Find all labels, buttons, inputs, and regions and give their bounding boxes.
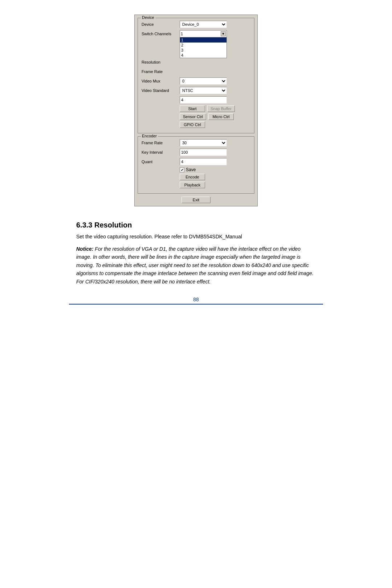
resolution-value-row [142,96,250,104]
quant-input-container [180,158,250,165]
encoder-frame-rate-select[interactable]: 30 [180,139,227,146]
channels-dropdown-container[interactable]: 1 ▼ 1 2 3 4 [180,30,227,37]
exit-button-row: Exit [138,197,254,203]
channels-selected-value: 1 [181,32,183,36]
encoder-group-title: Encoder [141,134,158,138]
quant-input[interactable] [180,158,227,165]
save-checkbox[interactable]: ✔ [180,168,184,172]
encoder-frame-rate-label: Frame Rate [142,141,180,145]
video-standard-label: Video Standard [142,88,180,93]
page-number: 88 [193,297,199,302]
resolution-value-container [180,96,250,104]
channels-dropdown-list: 1 2 3 4 [180,37,227,58]
video-mux-select-container: 0 [180,77,250,85]
resolution-value-input[interactable] [180,96,227,104]
device-group: Device Device Device_0 Switch Channels 1 [138,18,254,133]
video-standard-row: Video Standard NTSC [142,86,250,94]
switch-channels-dropdown: 1 ▼ 1 2 3 4 [180,30,250,37]
device-frame-rate-label: Frame Rate [142,69,180,74]
switch-channels-row: Switch Channels 1 ▼ 1 2 3 4 [142,30,250,38]
micro-ctrl-button[interactable]: Micro Ctrl [208,113,234,120]
section-heading: 6.3.3 Resolution [76,221,316,229]
channels-dropdown-header[interactable]: 1 ▼ [180,30,227,37]
encoder-frame-rate-container: 30 [180,139,250,146]
device-label: Device [142,22,180,27]
dialog-panel: Device Device Device_0 Switch Channels 1 [134,15,258,206]
channels-item-1[interactable]: 1 [180,37,226,43]
page-underline [69,304,323,305]
channels-item-2[interactable]: 2 [180,43,226,48]
device-group-title: Device [141,15,155,20]
notice-paragraph: Notice: For the resolution of VGA or D1,… [76,245,316,286]
resolution-row: Resolution [142,58,250,66]
video-mux-select[interactable]: 0 [180,77,227,85]
device-select[interactable]: Device_0 [180,21,227,28]
video-mux-label: Video Mux [142,79,180,83]
video-mux-row: Video Mux 0 [142,77,250,85]
encode-button-row: Encode [180,174,250,180]
quant-label: Quant [142,160,180,164]
playback-button-row: Playback [180,182,250,188]
device-select-container: Device_0 [180,21,250,28]
quant-row: Quant [142,158,250,166]
device-frame-rate-row: Frame Rate [142,68,250,76]
channels-dropdown-arrow[interactable]: ▼ [221,31,226,36]
channels-item-3[interactable]: 3 [180,48,226,53]
resolution-label: Resolution [142,60,180,64]
sensor-micro-row: Sensor Ctrl Micro Ctrl [180,113,250,120]
notice-text-content: For the resolution of VGA or D1, the cap… [76,246,314,285]
start-button[interactable]: Start [180,105,205,112]
start-snapbuffer-row: Start Snap Buffer [180,105,250,112]
video-standard-select[interactable]: NTSC [180,87,227,94]
gpio-row: GPIO Ctrl [180,121,250,128]
encoder-frame-rate-row: Frame Rate 30 [142,139,250,147]
key-interval-row: Key Interval [142,148,250,156]
sensor-ctrl-button[interactable]: Sensor Ctrl [180,113,206,120]
playback-button[interactable]: Playback [180,182,205,188]
gpio-ctrl-button[interactable]: GPIO Ctrl [180,121,205,128]
snap-buffer-button[interactable]: Snap Buffer [207,105,235,112]
save-label: Save [186,167,196,172]
encode-button[interactable]: Encode [180,174,205,180]
device-row: Device Device_0 [142,20,250,28]
switch-channels-label: Switch Channels [142,32,180,36]
key-interval-input-container [180,149,250,156]
encoder-group: Encoder Frame Rate 30 Key Interval Q [138,136,254,194]
save-checkbox-row: ✔ Save [180,167,250,172]
exit-button[interactable]: Exit [181,197,211,203]
page-number-container: 88 [69,297,323,305]
video-standard-select-container: NTSC [180,87,250,94]
key-interval-input[interactable] [180,149,227,156]
channels-item-4[interactable]: 4 [180,53,226,58]
section-body: Set the video capturing resolution. Plea… [76,233,316,241]
text-content: 6.3.3 Resolution Set the video capturing… [69,217,323,289]
key-interval-label: Key Interval [142,150,180,154]
notice-label: Notice: [76,246,93,252]
